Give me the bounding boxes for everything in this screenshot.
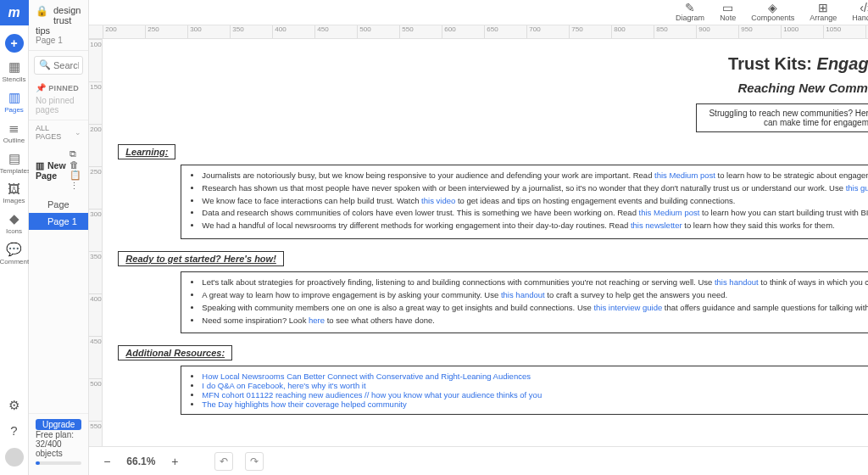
all-pages-header: ALL PAGES <box>36 124 75 141</box>
tool-diagram[interactable]: ✎Diagram <box>676 3 704 22</box>
sidebar-item-comments[interactable]: 💬Comments <box>0 242 29 265</box>
inline-link[interactable]: this handout <box>715 277 759 287</box>
plan-progress <box>36 461 81 465</box>
inline-link[interactable]: this guide <box>846 183 868 193</box>
top-toolbar: ✎Diagram ▭Note ◈Components ⊞Arrange ‹/›H… <box>89 0 868 25</box>
inline-link[interactable]: here <box>309 316 325 325</box>
inline-link[interactable]: this video <box>421 196 455 205</box>
tool-arrange[interactable]: ⊞Arrange <box>810 3 837 22</box>
inline-link[interactable]: this Medium post <box>654 170 715 180</box>
bottom-bar: − 66.1% + ↶ ↷ 💬 Chat <box>89 446 868 475</box>
comments-icon: 💬 <box>0 242 29 257</box>
list-item: I do Q&A on Facebook, here's why it's wo… <box>202 381 868 390</box>
diagram-icon: ✎ <box>676 3 704 14</box>
upgrade-pill[interactable]: Upgrade <box>36 419 81 430</box>
list-item: How Local Newsrooms Can Better Connect w… <box>202 372 868 381</box>
list-item: Research has shown us that most people h… <box>202 183 868 194</box>
doc-main-title: Trust Kits: Engagement <box>103 54 868 74</box>
pages-panel: 🔒 design trust tips Page 1 🔍 📌PINNED No … <box>29 0 89 475</box>
page-row-selected[interactable]: Page 1 <box>29 213 88 230</box>
pages-icon: ▥ <box>0 90 29 105</box>
help-icon[interactable]: ? <box>10 423 17 438</box>
inline-link[interactable]: this handout <box>501 290 545 299</box>
ruler-vertical: 1001502002503003504004505005506006507007… <box>89 39 103 446</box>
copy-icon[interactable]: 📋 <box>70 170 81 180</box>
redo-button[interactable]: ↷ <box>245 452 264 471</box>
section-learning-box: Journalists are notoriously busy, but we… <box>181 165 868 239</box>
stencils-icon: ▦ <box>0 59 29 75</box>
inline-link[interactable]: this Medium post <box>639 208 700 217</box>
resource-link[interactable]: The Day highlights how their coverage he… <box>202 400 406 409</box>
resource-link[interactable]: MFN cohort 011122 reaching new audiences… <box>202 390 542 400</box>
doc-intro-box: Struggling to reach new communities? Her… <box>696 103 868 132</box>
inline-link[interactable]: this newsletter <box>631 221 682 230</box>
list-item: A great way to learn how to improve enga… <box>202 290 868 301</box>
tool-handoff[interactable]: ‹/›Handoff <box>852 3 868 22</box>
tool-components[interactable]: ◈Components <box>751 3 794 22</box>
components-icon: ◈ <box>751 3 794 14</box>
center-area: ✎Diagram ▭Note ◈Components ⊞Arrange ‹/›H… <box>89 0 868 475</box>
resource-link[interactable]: I do Q&A on Facebook, here's why it's wo… <box>202 381 365 390</box>
sidebar-item-stencils[interactable]: ▦Stencils <box>0 59 29 83</box>
undo-button[interactable]: ↶ <box>214 452 233 471</box>
lock-icon: 🔒 <box>36 5 48 17</box>
images-icon: 🖼 <box>0 182 29 196</box>
list-item: Speaking with community members one on o… <box>202 303 868 314</box>
arrange-icon: ⊞ <box>810 3 837 14</box>
sidebar-item-outline[interactable]: ≣Outline <box>0 120 29 144</box>
list-item: Let's talk about strategies for proactiv… <box>202 277 868 288</box>
collapse-icon[interactable]: ⌄ <box>75 128 81 137</box>
canvas[interactable]: Trust Kits: Engagement Reaching New Comm… <box>103 39 868 446</box>
list-item: Journalists are notoriously busy, but we… <box>202 170 868 182</box>
section-ready-box: Let's talk about strategies for proactiv… <box>181 271 868 333</box>
doc-page-label: Page 1 <box>36 36 81 45</box>
doc-subtitle: Reaching New Communities <box>103 81 868 95</box>
inline-link[interactable]: this interview guide <box>593 303 662 312</box>
ruler-horizontal: 2002503003504004505005506006507007508008… <box>89 25 868 39</box>
list-item: Data and research shows communities of c… <box>202 208 868 219</box>
sidebar-item-images[interactable]: 🖼Images <box>0 182 29 204</box>
section-learning-label: Learning: <box>118 144 175 159</box>
note-icon: ▭ <box>720 3 736 14</box>
more-icon[interactable]: ⋮ <box>70 181 79 191</box>
tool-note[interactable]: ▭Note <box>720 3 736 22</box>
zoom-in-button[interactable]: + <box>167 454 182 469</box>
section-resources-label: Additional Resources: <box>118 345 232 360</box>
list-item: We had a handful of local newsrooms try … <box>202 221 868 232</box>
icon-rail: m + ▦Stencils ▥Pages ≣Outline ▤Templates… <box>0 0 29 475</box>
duplicate-icon[interactable]: ⧉ <box>70 148 76 159</box>
delete-icon[interactable]: 🗑 <box>70 159 79 170</box>
page-icon: ▥ <box>36 160 44 170</box>
search-icon: 🔍 <box>39 59 51 70</box>
list-item: We know face to face interactions can he… <box>202 196 868 207</box>
add-button[interactable]: + <box>5 34 24 53</box>
pin-icon: 📌 <box>36 83 46 92</box>
page-row[interactable]: Page <box>29 196 88 213</box>
app-logo[interactable]: m <box>0 0 29 25</box>
zoom-level[interactable]: 66.1% <box>126 455 155 467</box>
section-resources-box: How Local Newsrooms Can Better Connect w… <box>181 366 868 415</box>
avatar[interactable] <box>5 448 24 467</box>
sidebar-item-pages[interactable]: ▥Pages <box>0 90 29 114</box>
templates-icon: ▤ <box>0 151 29 166</box>
zoom-out-button[interactable]: − <box>99 454 114 469</box>
resource-link[interactable]: How Local Newsrooms Can Better Connect w… <box>202 372 531 381</box>
sidebar-item-icons[interactable]: ◆Icons <box>0 211 29 235</box>
icons-icon: ◆ <box>0 211 29 226</box>
no-pinned-text: No pinned pages <box>29 96 88 120</box>
pinned-header: PINNED <box>48 84 79 92</box>
sidebar-item-templates[interactable]: ▤Templates <box>0 151 29 175</box>
section-ready-label: Ready to get started? Here's how! <box>118 251 283 266</box>
list-item: Need some inspiration? Look here to see … <box>202 316 868 327</box>
handoff-icon: ‹/› <box>852 3 868 14</box>
list-item: The Day highlights how their coverage he… <box>202 400 868 409</box>
list-item: MFN cohort 011122 reaching new audiences… <box>202 390 868 400</box>
settings-icon[interactable]: ⚙ <box>8 398 19 413</box>
outline-icon: ≣ <box>0 120 29 136</box>
